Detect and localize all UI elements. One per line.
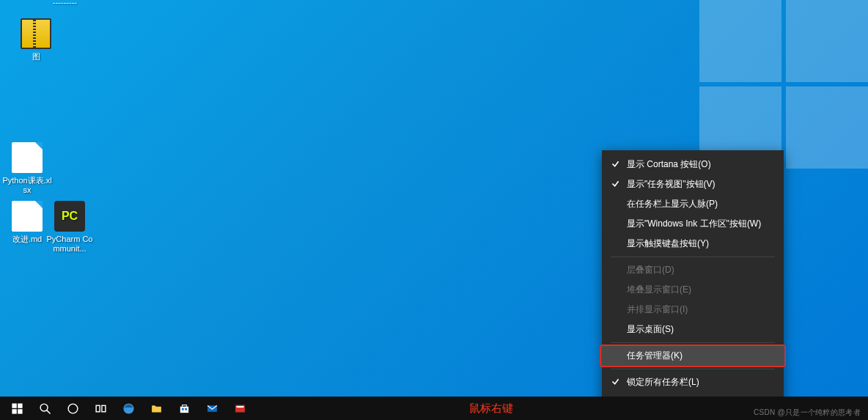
icon-label: Python课表.xlsx [1, 176, 53, 195]
svg-rect-1 [12, 403, 16, 408]
menu-item[interactable]: 显示 Cortana 按钮(O) [602, 155, 784, 174]
check-icon [611, 159, 627, 171]
pycharm-icon: PC [54, 201, 85, 232]
file-icon [12, 201, 43, 232]
store-icon [178, 402, 191, 415]
menu-item[interactable]: 锁定所有任务栏(L) [602, 372, 784, 392]
cortana-button[interactable] [59, 397, 87, 420]
windows-icon [11, 402, 23, 415]
menu-item-label: 并排显示窗口(I) [627, 303, 775, 316]
menu-item-label: 在任务栏上显示人脉(P) [627, 198, 775, 210]
svg-rect-11 [180, 406, 188, 413]
menu-item[interactable]: 显示触摸键盘按钮(Y) [602, 234, 784, 254]
store-button[interactable] [170, 397, 198, 420]
menu-item-label: 显示触摸键盘按钮(Y) [627, 237, 775, 250]
desktop-icon-xlsx[interactable]: Python课表.xlsx [1, 142, 53, 195]
binder-icon [21, 18, 51, 49]
desktop-icon-pycharm[interactable]: PC PyCharm Communit... [44, 201, 95, 254]
windows-logo-background [699, 0, 868, 169]
cortana-icon [67, 402, 79, 415]
svg-rect-16 [236, 405, 243, 407]
explorer-button[interactable] [142, 397, 170, 420]
search-icon [39, 402, 51, 415]
menu-item: 并排显示窗口(I) [602, 300, 784, 320]
svg-rect-13 [185, 408, 187, 410]
menu-separator [611, 369, 775, 369]
folder-icon [150, 402, 163, 415]
svg-rect-4 [18, 409, 22, 413]
menu-item[interactable]: 在任务栏上显示人脉(P) [602, 194, 784, 214]
mail-icon [206, 402, 218, 415]
news-icon [234, 402, 246, 415]
task-view-button[interactable] [87, 397, 114, 420]
check-icon [611, 377, 627, 388]
edge-icon [122, 402, 135, 415]
menu-item: 层叠窗口(D) [602, 260, 784, 280]
file-icon [12, 142, 43, 173]
svg-point-7 [68, 404, 78, 413]
menu-item-label: 锁定所有任务栏(L) [627, 376, 775, 388]
annotation-label: 鼠标右键 [469, 402, 513, 416]
menu-item-label: 层叠窗口(D) [627, 264, 775, 276]
menu-item-label: 显示"Windows Ink 工作区"按钮(W) [627, 218, 775, 230]
search-button[interactable] [31, 397, 59, 420]
edge-button[interactable] [114, 397, 142, 420]
news-button[interactable] [226, 397, 254, 420]
start-button[interactable] [3, 397, 31, 420]
task-view-icon [95, 402, 107, 415]
menu-separator [611, 257, 775, 257]
menu-item-label: 堆叠显示窗口(E) [627, 284, 775, 296]
svg-rect-8 [96, 405, 100, 412]
svg-rect-12 [181, 408, 183, 410]
menu-separator [611, 342, 775, 343]
menu-item[interactable]: 显示"Windows Ink 工作区"按钮(W) [602, 214, 784, 234]
menu-item-label: 显示"任务视图"按钮(V) [627, 178, 775, 191]
svg-line-6 [46, 410, 50, 413]
svg-rect-2 [18, 403, 22, 408]
icon-label: 图 [10, 52, 62, 62]
mail-button[interactable] [198, 397, 226, 420]
truncated-icon-label: --------- [53, 0, 77, 7]
svg-rect-3 [12, 409, 16, 413]
check-icon [611, 179, 627, 191]
menu-item[interactable]: 显示桌面(S) [602, 320, 784, 339]
menu-item-label: 显示 Cortana 按钮(O) [627, 158, 775, 171]
menu-item: 堆叠显示窗口(E) [602, 280, 784, 300]
menu-item[interactable]: 任务管理器(K) [602, 346, 784, 366]
desktop-icon-binder[interactable]: 图 [10, 18, 62, 62]
watermark: CSDN @只是一个纯粹的思考者 [754, 408, 861, 418]
svg-point-5 [40, 404, 48, 411]
svg-rect-9 [101, 405, 105, 412]
menu-item-label: 显示桌面(S) [627, 323, 775, 336]
taskbar-context-menu: 显示 Cortana 按钮(O)显示"任务视图"按钮(V)在任务栏上显示人脉(P… [602, 150, 784, 416]
icon-label: PyCharm Communit... [44, 235, 95, 254]
menu-item[interactable]: 显示"任务视图"按钮(V) [602, 174, 784, 194]
taskbar: 鼠标右键 [0, 397, 868, 420]
menu-item-label: 任务管理器(K) [627, 350, 775, 362]
